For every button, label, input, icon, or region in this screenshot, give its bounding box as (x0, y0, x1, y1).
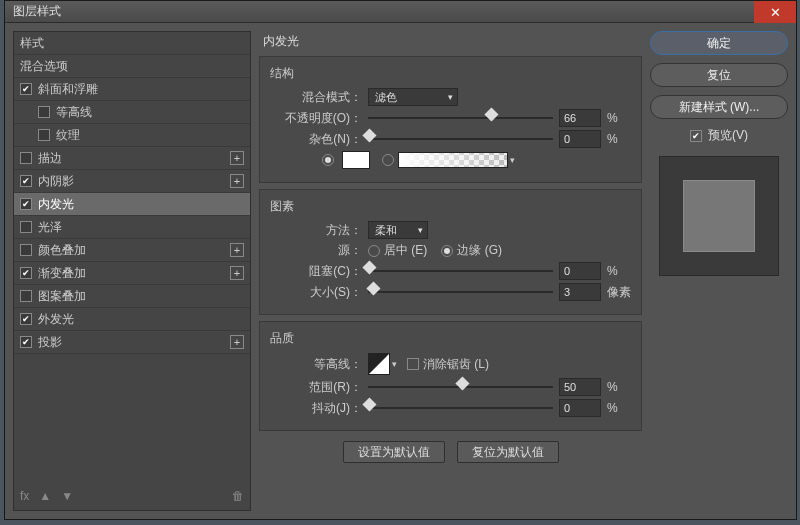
jitter-slider[interactable] (368, 401, 553, 415)
effect-label: 纹理 (56, 127, 80, 144)
size-input[interactable]: 3 (559, 283, 601, 301)
ok-button[interactable]: 确定 (650, 31, 788, 55)
choke-input[interactable]: 0 (559, 262, 601, 280)
effect-label: 光泽 (38, 219, 62, 236)
blend-mode-select[interactable]: 滤色 (368, 88, 458, 106)
noise-label: 杂色(N)： (270, 131, 362, 148)
content: 样式 混合选项 斜面和浮雕等高线纹理描边+内阴影+内发光光泽颜色叠加+渐变叠加+… (5, 23, 796, 519)
effect-checkbox[interactable] (20, 336, 32, 348)
effect-item[interactable]: 等高线 (14, 101, 250, 124)
effect-checkbox[interactable] (20, 175, 32, 187)
noise-slider[interactable] (368, 132, 553, 146)
up-icon[interactable]: ▲ (39, 489, 51, 503)
effect-checkbox[interactable] (38, 129, 50, 141)
set-default-button[interactable]: 设置为默认值 (343, 441, 445, 463)
effect-checkbox[interactable] (38, 106, 50, 118)
effect-checkbox[interactable] (20, 221, 32, 233)
jitter-label: 抖动(J)： (270, 400, 362, 417)
effect-label: 图案叠加 (38, 288, 86, 305)
add-effect-icon[interactable]: + (230, 335, 244, 349)
add-effect-icon[interactable]: + (230, 266, 244, 280)
effect-checkbox[interactable] (20, 83, 32, 95)
close-button[interactable]: ✕ (754, 1, 796, 23)
effects-footer: fx ▲ ▼ 🗑 (14, 482, 250, 510)
preview-toggle[interactable]: ✔ 预览(V) (650, 127, 788, 144)
choke-label: 阻塞(C)： (270, 263, 362, 280)
effect-item[interactable]: 描边+ (14, 147, 250, 170)
add-effect-icon[interactable]: + (230, 151, 244, 165)
color-radio[interactable] (322, 154, 334, 166)
noise-input[interactable]: 0 (559, 130, 601, 148)
effect-item[interactable]: 颜色叠加+ (14, 239, 250, 262)
trash-icon[interactable]: 🗑 (232, 489, 244, 503)
antialias-label: 消除锯齿 (L) (423, 356, 489, 373)
effect-item[interactable]: 图案叠加 (14, 285, 250, 308)
down-icon[interactable]: ▼ (61, 489, 73, 503)
technique-select[interactable]: 柔和 (368, 221, 428, 239)
opacity-label: 不透明度(O)： (270, 110, 362, 127)
effect-checkbox[interactable] (20, 198, 32, 210)
gradient-radio[interactable] (382, 154, 394, 166)
size-label: 大小(S)： (270, 284, 362, 301)
effect-label: 斜面和浮雕 (38, 81, 98, 98)
technique-label: 方法： (270, 222, 362, 239)
antialias-checkbox[interactable] (407, 358, 419, 370)
structure-title: 结构 (270, 65, 631, 82)
source-label: 源： (270, 242, 362, 259)
effect-item[interactable]: 渐变叠加+ (14, 262, 250, 285)
structure-group: 结构 混合模式： 滤色 不透明度(O)： 66 % 杂色(N)： 0 % (259, 56, 642, 183)
jitter-input[interactable]: 0 (559, 399, 601, 417)
blending-options[interactable]: 混合选项 (14, 55, 250, 78)
styles-header[interactable]: 样式 (14, 32, 250, 55)
quality-title: 品质 (270, 330, 631, 347)
effect-label: 外发光 (38, 311, 74, 328)
reset-default-button[interactable]: 复位为默认值 (457, 441, 559, 463)
effect-item[interactable]: 外发光 (14, 308, 250, 331)
color-swatch[interactable] (342, 151, 370, 169)
chevron-down-icon[interactable]: ▾ (510, 155, 515, 165)
opacity-input[interactable]: 66 (559, 109, 601, 127)
range-input[interactable]: 50 (559, 378, 601, 396)
effect-item[interactable]: 投影+ (14, 331, 250, 354)
quality-group: 品质 等高线： ▾ 消除锯齿 (L) 范围(R)： 50 % 抖动(J)： (259, 321, 642, 431)
contour-picker[interactable] (368, 353, 390, 375)
layer-style-dialog: 图层样式 ✕ 样式 混合选项 斜面和浮雕等高线纹理描边+内阴影+内发光光泽颜色叠… (4, 0, 797, 520)
add-effect-icon[interactable]: + (230, 174, 244, 188)
contour-label: 等高线： (270, 356, 362, 373)
effect-label: 等高线 (56, 104, 92, 121)
effect-item[interactable]: 纹理 (14, 124, 250, 147)
effect-label: 内阴影 (38, 173, 74, 190)
range-slider[interactable] (368, 380, 553, 394)
choke-slider[interactable] (368, 264, 553, 278)
effect-item[interactable]: 内发光 (14, 193, 250, 216)
elements-title: 图素 (270, 198, 631, 215)
source-edge-radio[interactable] (441, 245, 453, 257)
effect-item[interactable]: 内阴影+ (14, 170, 250, 193)
elements-group: 图素 方法： 柔和 源： 居中 (E) 边缘 (G) 阻塞(C)： 0 % (259, 189, 642, 315)
effect-checkbox[interactable] (20, 313, 32, 325)
add-effect-icon[interactable]: + (230, 243, 244, 257)
effect-checkbox[interactable] (20, 290, 32, 302)
new-style-button[interactable]: 新建样式 (W)... (650, 95, 788, 119)
gradient-strip[interactable] (398, 152, 508, 168)
settings-panel: 内发光 结构 混合模式： 滤色 不透明度(O)： 66 % 杂色(N)： 0 (259, 31, 642, 511)
source-edge-label: 边缘 (G) (457, 242, 502, 259)
source-center-label: 居中 (E) (384, 242, 427, 259)
effect-checkbox[interactable] (20, 267, 32, 279)
preview-swatch (683, 180, 755, 252)
source-center-radio[interactable] (368, 245, 380, 257)
effects-list: 样式 混合选项 斜面和浮雕等高线纹理描边+内阴影+内发光光泽颜色叠加+渐变叠加+… (13, 31, 251, 511)
size-slider[interactable] (368, 285, 553, 299)
opacity-slider[interactable] (368, 111, 553, 125)
titlebar[interactable]: 图层样式 ✕ (5, 1, 796, 23)
effect-checkbox[interactable] (20, 152, 32, 164)
range-label: 范围(R)： (270, 379, 362, 396)
effect-item[interactable]: 斜面和浮雕 (14, 78, 250, 101)
fx-icon[interactable]: fx (20, 489, 29, 503)
chevron-down-icon[interactable]: ▾ (392, 359, 397, 369)
effect-label: 投影 (38, 334, 62, 351)
effect-item[interactable]: 光泽 (14, 216, 250, 239)
effect-label: 渐变叠加 (38, 265, 86, 282)
cancel-button[interactable]: 复位 (650, 63, 788, 87)
effect-checkbox[interactable] (20, 244, 32, 256)
